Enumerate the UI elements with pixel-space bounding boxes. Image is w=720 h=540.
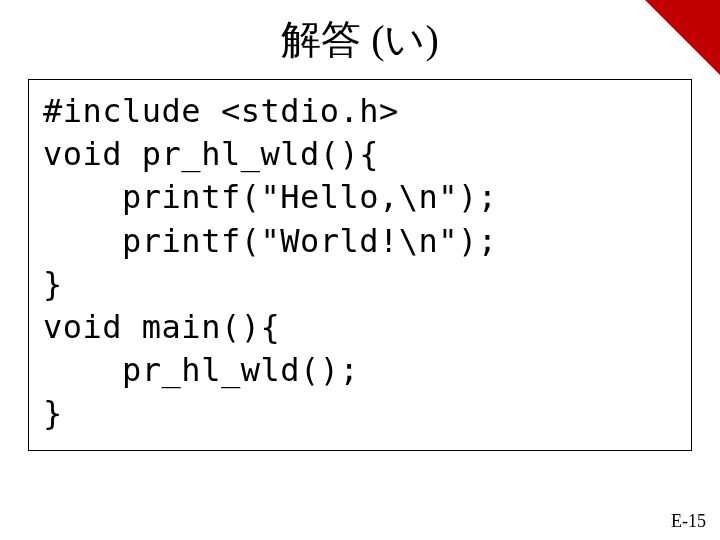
slide: 解答 (い) #include <stdio.h> void pr_hl_wld… — [0, 0, 720, 540]
code-block: #include <stdio.h> void pr_hl_wld(){ pri… — [43, 90, 677, 436]
code-line: printf("World!\n"); — [43, 222, 498, 260]
code-line: printf("Hello,\n"); — [43, 178, 498, 216]
code-line: void pr_hl_wld(){ — [43, 135, 379, 173]
code-line: } — [43, 265, 63, 303]
code-line: #include <stdio.h> — [43, 92, 399, 130]
page-number: E-15 — [671, 511, 706, 532]
code-line: pr_hl_wld(); — [43, 351, 359, 389]
corner-accent — [645, 0, 720, 75]
slide-title: 解答 (い) — [0, 0, 720, 79]
code-line: void main(){ — [43, 308, 280, 346]
code-line: } — [43, 394, 63, 432]
code-box: #include <stdio.h> void pr_hl_wld(){ pri… — [28, 79, 692, 451]
